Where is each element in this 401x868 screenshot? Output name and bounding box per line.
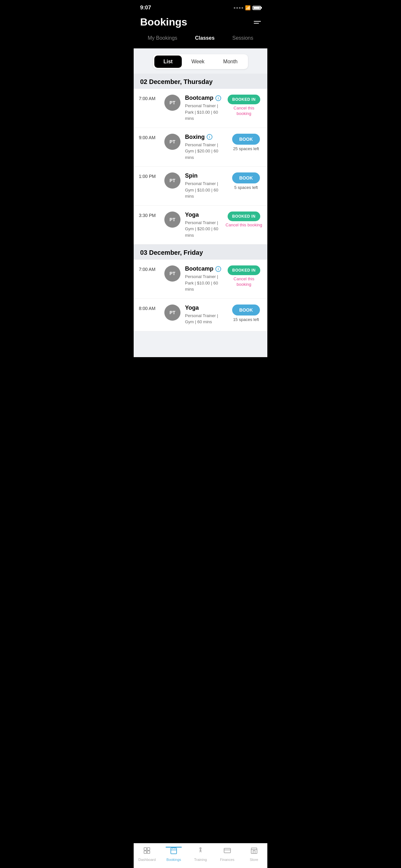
wifi-icon: 📶 (245, 5, 251, 10)
class-details: Personal Trainer | Park | $10.00 | 60 mi… (185, 274, 218, 291)
class-action: BOOK 25 spaces left (230, 134, 262, 152)
class-info: Boxing i Personal Trainer | Gym | $20.00… (185, 134, 225, 161)
info-icon[interactable]: i (215, 95, 221, 101)
date-header-1: 02 December, Thursday (134, 73, 267, 89)
week-view-button[interactable]: Week (182, 56, 214, 68)
trainer-avatar: PT (164, 305, 181, 321)
date-text-2: 03 December, Friday (140, 249, 203, 256)
trainer-avatar: PT (164, 173, 181, 189)
class-action: BOOKED IN Cancel this booking (226, 212, 262, 228)
class-info: Yoga Personal Trainer | Gym | 60 mins (185, 305, 225, 325)
class-name-row: Bootcamp i (185, 266, 221, 272)
booked-in-button[interactable]: BOOKED IN (227, 266, 260, 275)
class-details: Personal Trainer | Gym | $20.00 | 60 min… (185, 220, 218, 238)
date-header-2: 03 December, Friday (134, 244, 267, 259)
spaces-left: 25 spaces left (233, 146, 259, 152)
month-view-button[interactable]: Month (214, 56, 246, 68)
class-time: 9:00 AM (139, 134, 160, 140)
spaces-left: 15 spaces left (233, 317, 259, 322)
tab-my-bookings[interactable]: My Bookings (144, 33, 181, 43)
class-details: Personal Trainer | Gym | $20.00 | 60 min… (185, 143, 218, 160)
class-action: BOOK 5 spaces left (230, 173, 262, 190)
class-action: BOOKED IN Cancel this booking (226, 95, 262, 117)
class-name: Boxing (185, 134, 205, 141)
class-action: BOOK 15 spaces left (230, 305, 262, 322)
class-time: 7:00 AM (139, 95, 160, 101)
info-icon[interactable]: i (215, 266, 221, 272)
class-time: 1:00 PM (139, 173, 160, 179)
class-name: Bootcamp (185, 95, 213, 101)
class-name-row: Yoga (185, 212, 221, 218)
class-time: 8:00 AM (139, 305, 160, 311)
class-time: 3:30 PM (139, 212, 160, 218)
class-name-row: Bootcamp i (185, 95, 221, 101)
date-text-1: 02 December, Thursday (140, 78, 213, 85)
class-item-bootcamp-1: 7:00 AM PT Bootcamp i Personal Trainer |… (134, 89, 267, 128)
status-time: 9:07 (140, 4, 151, 11)
class-name-row: Spin (185, 173, 225, 179)
class-item-bootcamp-2: 7:00 AM PT Bootcamp i Personal Trainer |… (134, 259, 267, 299)
status-icons: 📶 (234, 5, 261, 10)
class-item-yoga-2: 8:00 AM PT Yoga Personal Trainer | Gym |… (134, 299, 267, 331)
book-button[interactable]: BOOK (232, 305, 260, 315)
class-name: Yoga (185, 305, 199, 311)
tab-classes[interactable]: Classes (191, 33, 219, 43)
class-name-row: Boxing i (185, 134, 225, 141)
trainer-avatar: PT (164, 95, 181, 111)
book-button[interactable]: BOOK (232, 173, 260, 183)
class-time: 7:00 AM (139, 266, 160, 272)
class-item-spin: 1:00 PM PT Spin Personal Trainer | Gym |… (134, 166, 267, 206)
class-action: BOOKED IN Cancel this booking (226, 266, 262, 287)
class-name: Bootcamp (185, 266, 213, 272)
class-info: Bootcamp i Personal Trainer | Park | $10… (185, 95, 221, 122)
list-view-button[interactable]: List (154, 56, 181, 68)
class-item-yoga-1: 3:30 PM PT Yoga Personal Trainer | Gym |… (134, 206, 267, 245)
class-item-boxing: 9:00 AM PT Boxing i Personal Trainer | G… (134, 128, 267, 167)
view-toggle: List Week Month (134, 49, 267, 73)
class-name-row: Yoga (185, 305, 225, 311)
trainer-avatar: PT (164, 134, 181, 150)
page-title: Bookings (140, 16, 187, 28)
cancel-booking-link[interactable]: Cancel this booking (226, 105, 262, 117)
toggle-container: List Week Month (153, 54, 248, 69)
spaces-left: 5 spaces left (235, 185, 258, 190)
info-icon[interactable]: i (207, 134, 212, 140)
booked-in-button[interactable]: BOOKED IN (227, 95, 260, 104)
trainer-avatar: PT (164, 212, 181, 228)
class-info: Yoga Personal Trainer | Gym | $20.00 | 6… (185, 212, 221, 239)
signal-icon (234, 7, 243, 9)
cancel-booking-link[interactable]: Cancel this booking (226, 276, 262, 287)
battery-icon (252, 6, 261, 10)
main-content: List Week Month 02 December, Thursday 7:… (134, 49, 267, 357)
tab-sessions[interactable]: Sessions (228, 33, 257, 43)
class-name: Yoga (185, 212, 199, 218)
booked-in-button[interactable]: BOOKED IN (227, 212, 260, 221)
tabs-row: My Bookings Classes Sessions (134, 33, 267, 49)
status-bar: 9:07 📶 (134, 0, 267, 13)
class-details: Personal Trainer | Gym | $10.00 | 60 min… (185, 181, 218, 198)
book-button[interactable]: BOOK (232, 134, 260, 145)
class-name: Spin (185, 173, 197, 179)
class-info: Spin Personal Trainer | Gym | $10.00 | 6… (185, 173, 225, 199)
trainer-avatar: PT (164, 266, 181, 282)
class-info: Bootcamp i Personal Trainer | Park | $10… (185, 266, 221, 292)
class-details: Personal Trainer | Park | $10.00 | 60 mi… (185, 103, 218, 121)
cancel-booking-link[interactable]: Cancel this booking (226, 222, 262, 228)
class-details: Personal Trainer | Gym | 60 mins (185, 313, 218, 324)
header: Bookings (134, 13, 267, 33)
filter-button[interactable] (254, 21, 261, 24)
